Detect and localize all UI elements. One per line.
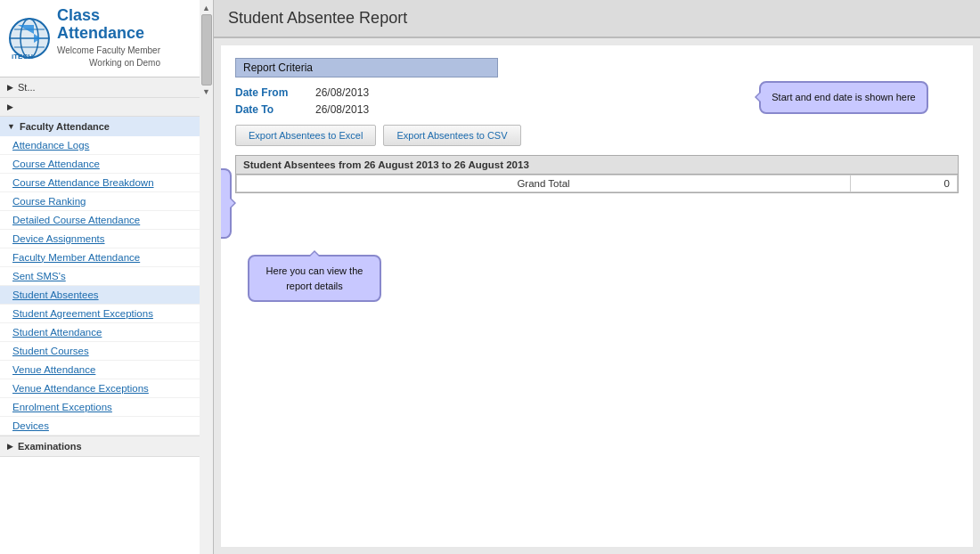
sidebar-item-faculty-member-attendance[interactable]: Faculty Member Attendance	[0, 248, 200, 267]
grand-total-value: 0	[851, 175, 958, 192]
tooltip-date-text: Start and end date is shown here	[772, 92, 915, 102]
sidebar-item-venue-attendance[interactable]: Venue Attendance	[0, 361, 200, 379]
welcome-text: Welcome Faculty MemberWorking on Demo	[57, 45, 160, 69]
results-header-bar: Student Absentees from 26 August 2013 to…	[236, 156, 958, 175]
buttons-row: Export Absentees to Excel Export Absente…	[235, 125, 959, 146]
sidebar-item-device-assignments[interactable]: Device Assignments	[0, 230, 200, 248]
tooltip-report-details: Here you can view the report details	[248, 255, 381, 302]
sidebar-section-examinations[interactable]: ▶ Examinations	[0, 436, 200, 457]
sidebar-item-student-courses[interactable]: Student Courses	[0, 342, 200, 361]
sidebar-section-toggle-1[interactable]: ▶ St...	[0, 77, 200, 97]
sidebar-item-course-ranking[interactable]: Course Ranking	[0, 192, 200, 211]
sidebar-nav: iTECH Class Attendance Welcome Faculty M…	[0, 0, 200, 554]
sidebar-item-devices[interactable]: Devices	[0, 417, 200, 436]
faculty-section-label: Faculty Attendance	[20, 121, 110, 132]
chevron-right-icon: ▶	[7, 83, 13, 92]
tooltip-save-format: Save the file in the format you prefer. …	[221, 168, 232, 239]
chevron-right-icon-2: ▶	[7, 102, 13, 111]
export-excel-button[interactable]: Export Absentees to Excel	[235, 125, 376, 146]
app-title-class: Class	[57, 7, 160, 25]
results-table: Grand Total 0	[236, 175, 958, 192]
section-1-label: St...	[18, 82, 36, 93]
main-header: Student Absentee Report	[214, 0, 980, 38]
report-criteria-bar: Report Criteria	[235, 58, 498, 77]
sidebar-header: iTECH Class Attendance Welcome Faculty M…	[0, 0, 200, 77]
date-to-label: Date To	[235, 103, 315, 116]
app-logo: iTECH	[7, 16, 52, 61]
scrollbar-up-arrow[interactable]: ▲	[202, 4, 210, 12]
sidebar-section-faculty: ▼ Faculty Attendance Attendance Logs Cou…	[0, 117, 200, 436]
sidebar-item-course-attendance[interactable]: Course Attendance	[0, 155, 200, 174]
date-from-label: Date From	[235, 86, 315, 99]
sidebar-item-student-absentees[interactable]: Student Absentees	[0, 286, 200, 305]
sidebar-items-list: Attendance Logs Course Attendance Course…	[0, 136, 200, 436]
grand-total-label: Grand Total	[237, 175, 851, 192]
grand-total-row: Grand Total 0	[237, 175, 958, 192]
sidebar-section-1[interactable]: ▶ St...	[0, 77, 200, 98]
chevron-down-icon: ▼	[7, 122, 15, 131]
date-from-value: 26/08/2013	[315, 86, 369, 99]
results-section: Student Absentees from 26 August 2013 to…	[235, 155, 959, 193]
tooltip-report-text: Here you can view the report details	[266, 265, 363, 291]
main-body: Report Criteria Date From 26/08/2013 Dat…	[221, 45, 973, 547]
sidebar-section-toggle-2[interactable]: ▶	[0, 98, 200, 116]
examinations-label: Examinations	[18, 441, 82, 452]
sidebar-item-attendance-logs[interactable]: Attendance Logs	[0, 136, 200, 155]
sidebar-section-2[interactable]: ▶	[0, 98, 200, 117]
scrollbar-down-arrow[interactable]: ▼	[202, 87, 210, 96]
sidebar-item-venue-attendance-exceptions[interactable]: Venue Attendance Exceptions	[0, 379, 200, 398]
date-to-value: 26/08/2013	[315, 103, 369, 116]
scrollbar-thumb[interactable]	[201, 14, 212, 86]
sidebar-item-student-agreement-exceptions[interactable]: Student Agreement Exceptions	[0, 305, 200, 323]
sidebar-item-course-attendance-breakdown[interactable]: Course Attendance Breakdown	[0, 174, 200, 192]
app-title-attendance: Attendance	[57, 25, 160, 43]
sidebar-scrollbar[interactable]: ▲ ▼	[200, 0, 214, 554]
logo-icon: iTECH	[7, 16, 52, 61]
tooltip-date-range: Start and end date is shown here	[759, 81, 928, 114]
chevron-right-icon-exam: ▶	[7, 442, 13, 451]
svg-text:iTECH: iTECH	[12, 53, 33, 61]
app-title: Class Attendance Welcome Faculty MemberW…	[57, 7, 160, 69]
sidebar-item-student-attendance[interactable]: Student Attendance	[0, 323, 200, 342]
page-title: Student Absentee Report	[228, 9, 966, 28]
sidebar-item-sent-sms[interactable]: Sent SMS's	[0, 267, 200, 286]
export-csv-button[interactable]: Export Absentees to CSV	[383, 125, 520, 146]
sidebar-wrapper: iTECH Class Attendance Welcome Faculty M…	[0, 0, 214, 554]
main-content: Student Absentee Report Report Criteria …	[214, 0, 980, 554]
sidebar-section-toggle-examinations[interactable]: ▶ Examinations	[0, 436, 200, 456]
report-criteria-label: Report Criteria	[243, 61, 313, 74]
sidebar-item-detailed-course-attendance[interactable]: Detailed Course Attendance	[0, 211, 200, 230]
sidebar-section-toggle-faculty[interactable]: ▼ Faculty Attendance	[0, 117, 200, 136]
sidebar-item-enrolment-exceptions[interactable]: Enrolment Exceptions	[0, 398, 200, 417]
